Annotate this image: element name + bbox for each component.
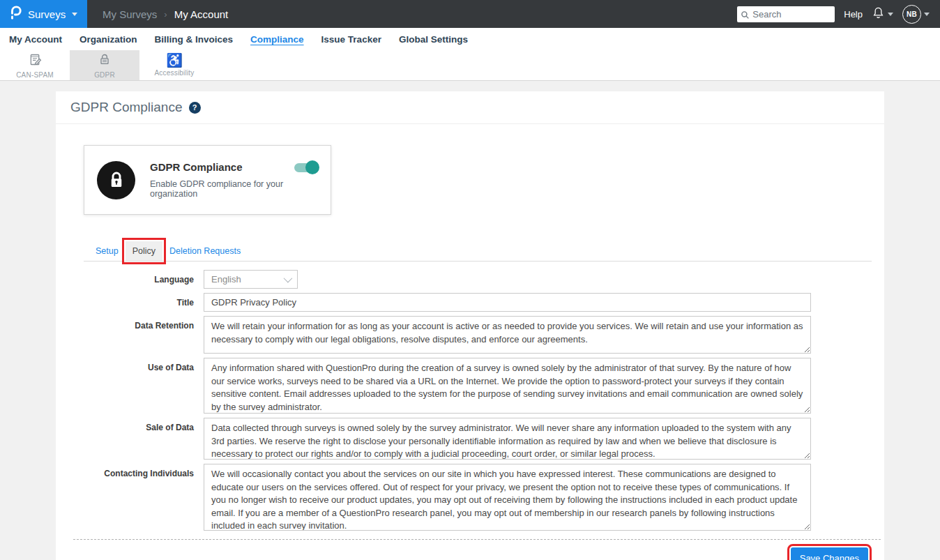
search-icon xyxy=(741,10,750,22)
topbar-right: Help NB xyxy=(737,5,940,24)
chevron-down-icon xyxy=(72,13,77,16)
title-label: Title xyxy=(73,293,194,312)
questionpro-logo-icon xyxy=(9,5,22,23)
product-switcher[interactable]: Surveys xyxy=(0,0,87,28)
tab-label: Accessibility xyxy=(154,69,194,77)
form-row-sale-of-data: Sale of Data Data collected through surv… xyxy=(56,418,884,460)
padlock-icon xyxy=(98,52,112,70)
language-label: Language xyxy=(73,270,194,289)
page-title: GDPR Compliance xyxy=(70,100,183,115)
form-row-contacting-individuals: Contacting Individuals We will occasiona… xyxy=(56,464,884,531)
policy-form: Language English Title Data Retention We… xyxy=(56,270,884,531)
subtab-policy[interactable]: Policy xyxy=(126,241,162,261)
breadcrumb-parent[interactable]: My Surveys xyxy=(103,8,157,20)
tab-label: GDPR xyxy=(94,71,115,79)
lock-icon xyxy=(97,161,135,199)
account-menu[interactable]: NB xyxy=(902,5,930,24)
breadcrumb-current: My Account xyxy=(174,8,229,20)
data-retention-textarea[interactable]: We will retain your information for as l… xyxy=(204,316,811,354)
chevron-down-icon xyxy=(284,274,293,283)
contacting-individuals-label: Contacting Individuals xyxy=(73,464,194,531)
nav-item-issue-tracker[interactable]: Issue Tracker xyxy=(321,34,381,45)
contacting-individuals-textarea[interactable]: We will occasionally contact you about t… xyxy=(204,464,811,531)
nav-item-my-account[interactable]: My Account xyxy=(9,34,62,45)
tab-can-spam[interactable]: CAN-SPAM xyxy=(0,50,70,80)
subtab-setup[interactable]: Setup xyxy=(89,241,126,261)
tab-label: CAN-SPAM xyxy=(16,71,54,79)
gdpr-subtabs: Setup Policy Deletion Requests xyxy=(84,241,872,262)
gdpr-compliance-card: GDPR Compliance Enable GDPR compliance f… xyxy=(84,145,331,215)
chevron-down-icon xyxy=(888,13,893,16)
subtab-deletion-requests[interactable]: Deletion Requests xyxy=(162,241,248,261)
sale-of-data-textarea[interactable]: Data collected through surveys is owned … xyxy=(204,418,811,460)
nav-item-global-settings[interactable]: Global Settings xyxy=(399,34,468,45)
breadcrumb: My Surveys › My Account xyxy=(103,8,228,20)
product-name: Surveys xyxy=(28,8,66,20)
search-box xyxy=(737,6,835,22)
gdpr-enabled-toggle[interactable] xyxy=(294,163,318,172)
nav-item-billing-invoices[interactable]: Billing & Invoices xyxy=(155,34,234,45)
card-text: GDPR Compliance Enable GDPR compliance f… xyxy=(150,161,318,199)
form-row-language: Language English xyxy=(56,270,884,289)
wheelchair-icon: ♿ xyxy=(166,54,183,68)
search-input[interactable] xyxy=(737,6,835,22)
save-changes-button[interactable]: Save Changes xyxy=(791,547,868,560)
avatar: NB xyxy=(902,5,921,24)
gdpr-compliance-panel: GDPR Compliance ? GDPR Compliance Enable… xyxy=(56,91,884,560)
title-input[interactable] xyxy=(204,293,811,312)
language-selected-value: English xyxy=(211,274,241,285)
form-row-title: Title xyxy=(56,293,884,312)
notepad-pencil-icon xyxy=(28,52,43,70)
help-link[interactable]: Help xyxy=(844,9,863,20)
dashed-divider xyxy=(73,539,881,540)
chevron-down-icon xyxy=(924,13,930,16)
notifications-menu[interactable] xyxy=(872,6,893,23)
panel-header: GDPR Compliance ? xyxy=(56,91,884,124)
toggle-knob xyxy=(305,160,319,174)
bell-icon xyxy=(872,6,885,23)
form-row-data-retention: Data Retention We will retain your infor… xyxy=(56,316,884,354)
use-of-data-textarea[interactable]: Any information shared with QuestionPro … xyxy=(204,358,811,414)
form-actions: Save Changes xyxy=(56,547,868,560)
nav-item-compliance[interactable]: Compliance xyxy=(250,34,304,45)
form-row-use-of-data: Use of Data Any information shared with … xyxy=(56,358,884,414)
sale-of-data-label: Sale of Data xyxy=(73,418,194,460)
breadcrumb-separator-icon: › xyxy=(164,9,167,20)
card-description: Enable GDPR compliance for your organiza… xyxy=(150,179,318,199)
language-select[interactable]: English xyxy=(204,270,298,289)
compliance-tab-strip: CAN-SPAM GDPR ♿ Accessibility xyxy=(0,50,940,81)
nav-item-organization[interactable]: Organization xyxy=(79,34,137,45)
top-bar: Surveys My Surveys › My Account Help xyxy=(0,0,940,28)
tab-gdpr[interactable]: GDPR xyxy=(70,50,139,80)
data-retention-label: Data Retention xyxy=(73,316,194,354)
account-nav: My Account Organization Billing & Invoic… xyxy=(0,28,940,50)
use-of-data-label: Use of Data xyxy=(73,358,194,414)
tab-accessibility[interactable]: ♿ Accessibility xyxy=(139,50,209,80)
help-circle-icon[interactable]: ? xyxy=(189,102,201,114)
card-title: GDPR Compliance xyxy=(150,161,318,173)
